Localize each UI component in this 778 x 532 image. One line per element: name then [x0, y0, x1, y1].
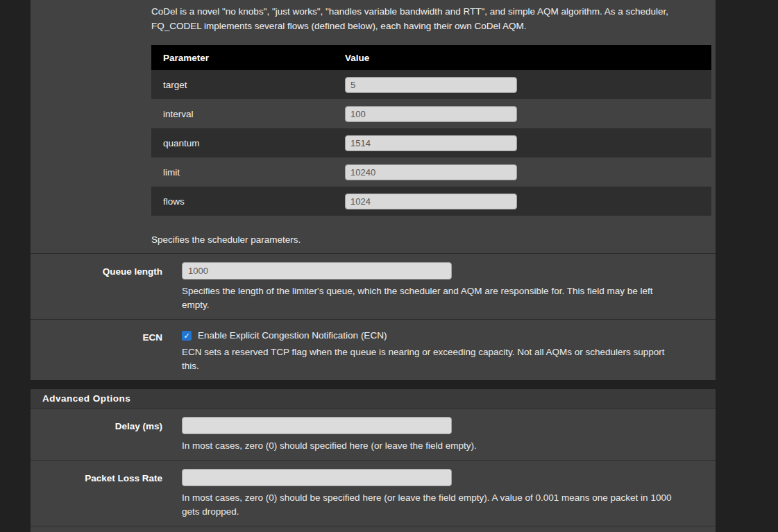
scheduler-section: CoDel is a novel "no knobs", "just works… [31, 0, 716, 253]
scheduler-intro-text: CoDel is a novel "no knobs", "just works… [151, 0, 711, 33]
form-row-packet-loss-rate: Packet Loss Rate In most cases, zero (0)… [31, 460, 716, 526]
ecn-checkbox[interactable]: ✓ [182, 331, 192, 341]
ecn-help: ECN sets a reserved TCP flag when the qu… [182, 345, 709, 373]
advanced-options-panel: Advanced Options Delay (ms) In most case… [31, 389, 716, 532]
packet-loss-rate-label: Packet Loss Rate [31, 469, 162, 519]
table-row: target [151, 70, 711, 99]
param-name: limit [151, 157, 344, 187]
param-quantum-input[interactable] [345, 135, 517, 151]
ecn-checkbox-label: Enable Explicit Congestion Notification … [198, 330, 387, 341]
param-interval-input[interactable] [345, 106, 517, 122]
param-name: flows [151, 187, 344, 216]
param-flows-input[interactable] [345, 194, 517, 209]
delay-help: In most cases, zero (0) should specified… [182, 439, 709, 453]
param-name: interval [151, 99, 344, 128]
advanced-options-header: Advanced Options [31, 389, 716, 409]
param-name: target [151, 70, 344, 99]
table-header-row: Parameter Value [151, 45, 711, 70]
table-row: limit [151, 157, 711, 187]
delay-input[interactable] [182, 417, 452, 434]
queue-length-label: Queue length [31, 262, 162, 312]
table-row: interval [151, 99, 711, 128]
limiter-config-panel: CoDel is a novel "no knobs", "just works… [31, 0, 716, 380]
scheduler-help-text: Specifies the scheduler parameters. [151, 234, 716, 253]
queue-length-help: Specifies the length of the limiter's qu… [182, 284, 709, 312]
advanced-options-title: Advanced Options [42, 393, 130, 404]
scheduler-params-table: Parameter Value target interval quantum [151, 45, 711, 216]
param-target-input[interactable] [345, 77, 517, 93]
panel-gap [0, 380, 778, 389]
form-row-queue-length: Queue length Specifies the length of the… [31, 253, 716, 319]
param-name: quantum [151, 128, 344, 157]
checkmark-icon: ✓ [183, 331, 189, 341]
form-row-ecn: ECN ✓ Enable Explicit Congestion Notific… [31, 319, 716, 380]
packet-loss-rate-input[interactable] [182, 469, 452, 486]
queue-length-input[interactable] [182, 262, 452, 280]
table-header-parameter: Parameter [151, 45, 344, 70]
delay-label: Delay (ms) [31, 417, 162, 453]
table-row: quantum [151, 128, 711, 157]
form-row-bucket-size: Bucket size (slots) In most cases, this … [31, 526, 716, 532]
param-limit-input[interactable] [345, 164, 517, 180]
packet-loss-rate-help: In most cases, zero (0) should be specif… [182, 491, 709, 519]
ecn-label: ECN [31, 328, 162, 373]
table-header-value: Value [344, 45, 711, 70]
form-row-delay: Delay (ms) In most cases, zero (0) shoul… [31, 409, 716, 460]
table-row: flows [151, 187, 711, 216]
